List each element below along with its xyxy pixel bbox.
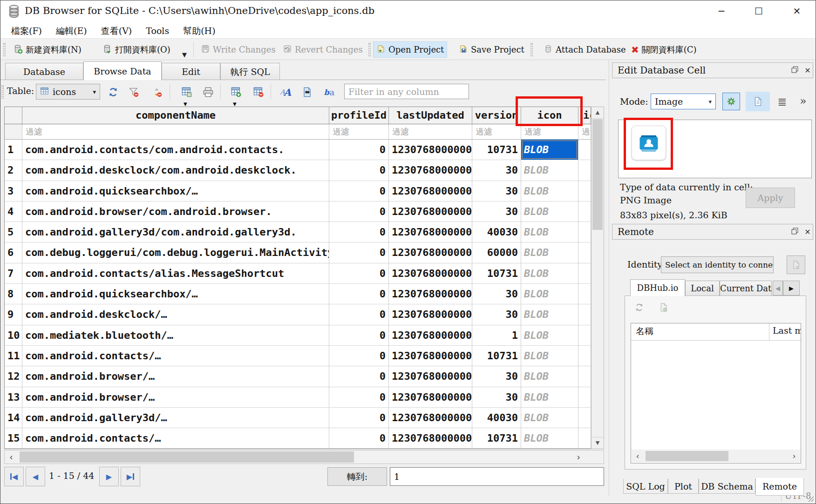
- close-panel-icon[interactable]: ✕: [802, 66, 813, 75]
- row-number[interactable]: 2: [5, 160, 22, 181]
- cell-icon-blob[interactable]: BLOB: [521, 222, 578, 242]
- remote-refresh-icon[interactable]: [634, 302, 644, 314]
- cell-profileId[interactable]: 0: [329, 408, 389, 428]
- cell-componentName[interactable]: com.android.contacts/…: [22, 428, 329, 449]
- cell-icon-blob[interactable]: BLOB: [521, 366, 578, 387]
- cell-componentName[interactable]: com.android.deskclock/com.android.deskcl…: [22, 160, 329, 181]
- cell-lastUpdated[interactable]: 1230768000000: [389, 160, 472, 181]
- insert-record-dropdown-arrow[interactable]: ▼: [233, 101, 237, 107]
- cell-profileId[interactable]: 0: [329, 140, 389, 160]
- row-number[interactable]: 13: [5, 387, 22, 408]
- cell-lastUpdated[interactable]: 1230768000000: [389, 366, 472, 387]
- cell-lastUpdated[interactable]: 1230768000000: [389, 202, 472, 222]
- menu-item[interactable]: 查看(V): [94, 24, 139, 38]
- tab-scroll-left-button[interactable]: ◀: [773, 281, 783, 296]
- cell-lastUpdated[interactable]: 1230768000000: [389, 325, 472, 346]
- cell-version[interactable]: 10731: [472, 140, 521, 160]
- cell-profileId[interactable]: 0: [329, 284, 389, 304]
- table-selector[interactable]: icons ▾: [36, 84, 100, 100]
- cell-icon-blob[interactable]: BLOB: [521, 325, 578, 346]
- cell-componentName[interactable]: com.android.browser/…: [22, 366, 329, 387]
- remote-tab-dbhub[interactable]: DBHub.io: [630, 279, 685, 296]
- toolbar-drag-handle[interactable]: [3, 43, 6, 56]
- revert-changes-button[interactable]: Revert Changes: [280, 41, 366, 58]
- row-number[interactable]: 10: [5, 325, 22, 346]
- remote-tab-current-db[interactable]: Current Dat: [720, 281, 772, 296]
- cell-version[interactable]: 10731: [472, 428, 521, 449]
- cell-componentName[interactable]: com.android.gallery3d/…: [22, 408, 329, 428]
- cell-lastUpdated[interactable]: 1230768000000: [389, 387, 472, 408]
- open-project-button[interactable]: Open Project: [373, 41, 447, 58]
- cell-lastUpdated[interactable]: 1230768000000: [389, 304, 472, 325]
- close-database-button[interactable]: ✖ 關閉資料庫(C): [628, 41, 700, 58]
- remote-list-hscrollbar[interactable]: ‹ ›: [632, 450, 800, 463]
- text-mode-button[interactable]: [746, 92, 770, 111]
- cell-icon-blob[interactable]: BLOB: [521, 263, 578, 284]
- column-divider[interactable]: [769, 323, 769, 340]
- cell-icon-blob[interactable]: BLOB: [521, 242, 578, 263]
- cell-lastUpdated[interactable]: 1230768000000: [389, 428, 472, 449]
- font-button[interactable]: AA: [277, 84, 294, 101]
- row-number[interactable]: 14: [5, 408, 22, 428]
- menu-item[interactable]: Tools: [139, 24, 176, 38]
- menu-item[interactable]: 檔案(F): [4, 24, 49, 38]
- save-record-dropdown-arrow[interactable]: ▼: [184, 101, 187, 107]
- cell-version[interactable]: 40030: [472, 222, 521, 242]
- write-changes-button[interactable]: Write Changes: [198, 41, 279, 58]
- cell-version[interactable]: 10731: [472, 263, 521, 284]
- cell-profileId[interactable]: 0: [329, 304, 389, 325]
- cell-profileId[interactable]: 0: [329, 263, 389, 284]
- cell-icon-blob[interactable]: BLOB: [521, 284, 578, 304]
- cell-componentName[interactable]: com.android.contacts/…: [22, 346, 329, 366]
- close-panel-icon[interactable]: ✕: [802, 228, 813, 237]
- dock-splitter[interactable]: [609, 60, 609, 496]
- next-page-button[interactable]: ▶: [99, 467, 119, 486]
- insert-record-button[interactable]: [228, 84, 245, 101]
- filter-componentName[interactable]: 過濾: [22, 124, 329, 140]
- attach-database-button[interactable]: Attach Database: [541, 41, 629, 58]
- tab-execute-sql[interactable]: 執行 SQL: [220, 63, 280, 80]
- cell-lastUpdated[interactable]: 1230768000000: [389, 346, 472, 366]
- row-number[interactable]: 6: [5, 242, 22, 263]
- tab-edit-pragmas[interactable]: Edit Pragmas: [162, 63, 220, 80]
- minimize-button[interactable]: ─: [710, 2, 733, 20]
- cell-componentName[interactable]: com.android.browser/…: [22, 387, 329, 408]
- identity-settings-button[interactable]: [787, 255, 805, 274]
- row-number[interactable]: 3: [5, 181, 22, 202]
- filter-profileId[interactable]: 過濾: [329, 124, 389, 140]
- scroll-up-arrow[interactable]: ▲: [592, 107, 604, 119]
- save-project-button[interactable]: Save Project: [456, 41, 527, 58]
- scroll-down-arrow[interactable]: ▼: [592, 437, 604, 449]
- last-page-button[interactable]: ▶: [121, 467, 140, 486]
- horizontal-scrollbar[interactable]: ‹ ›: [4, 450, 604, 464]
- cell-version[interactable]: 30: [472, 202, 521, 222]
- scroll-right-arrow[interactable]: ›: [788, 450, 800, 463]
- previous-page-button[interactable]: ◀: [26, 467, 45, 486]
- cell-icon-blob[interactable]: BLOB: [521, 160, 578, 181]
- filter-version[interactable]: 過濾: [472, 124, 521, 140]
- save-record-button[interactable]: [178, 84, 195, 101]
- word-wrap-icon[interactable]: ≣: [777, 95, 787, 108]
- cell-lastUpdated[interactable]: 1230768000000: [389, 181, 472, 202]
- cell-version[interactable]: 40030: [472, 408, 521, 428]
- scroll-left-arrow[interactable]: ‹: [632, 450, 644, 463]
- cell-icon-blob[interactable]: BLOB: [521, 202, 578, 222]
- toolbar-drag-handle[interactable]: [368, 43, 371, 56]
- mode-selector[interactable]: Image ▾: [651, 94, 716, 109]
- cell-icon-blob[interactable]: BLOB: [521, 428, 578, 449]
- cell-version[interactable]: 30: [472, 160, 521, 181]
- resize-grip[interactable]: [808, 496, 814, 502]
- cell-componentName[interactable]: com.android.contacts/alias.MessageShortc…: [22, 263, 329, 284]
- blob-image-thumbnail[interactable]: [632, 126, 666, 160]
- column-header-componentName[interactable]: componentName: [22, 107, 329, 124]
- menu-item[interactable]: 編輯(E): [49, 24, 94, 38]
- cell-profileId[interactable]: 0: [329, 325, 389, 346]
- row-number[interactable]: 1: [5, 140, 22, 160]
- cell-version[interactable]: 60000: [472, 242, 521, 263]
- dock-tab-plot[interactable]: Plot: [668, 479, 699, 494]
- cell-lastUpdated[interactable]: 1230768000000: [389, 284, 472, 304]
- cell-version[interactable]: 30: [472, 284, 521, 304]
- cell-version[interactable]: 30: [472, 304, 521, 325]
- vertical-scroll-thumb[interactable]: [592, 119, 603, 230]
- dock-tab-db-schema[interactable]: DB Schema: [699, 479, 755, 494]
